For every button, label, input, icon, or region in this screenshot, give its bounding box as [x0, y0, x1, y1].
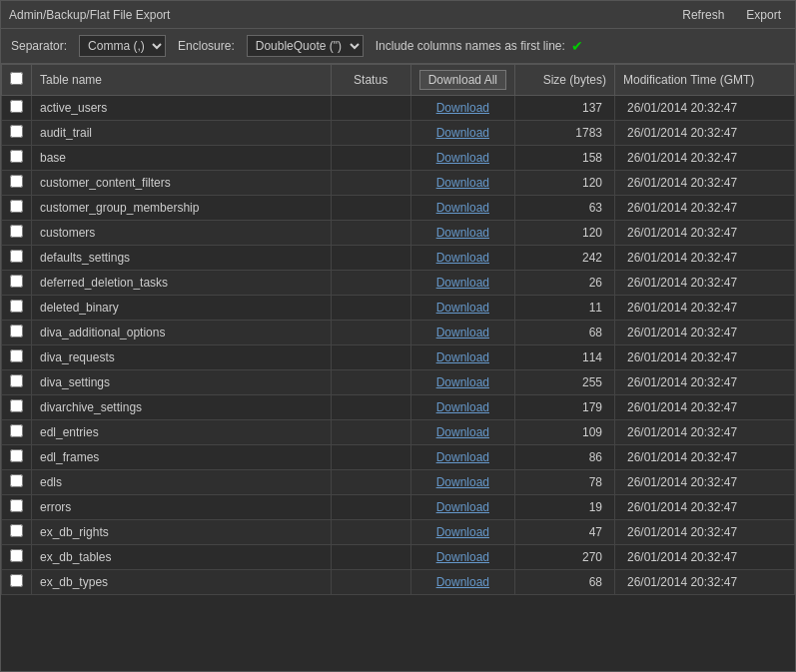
include-columns-label: Include columns names as first line:: [376, 39, 565, 53]
select-all-checkbox[interactable]: [10, 72, 23, 85]
row-download-cell: Download: [410, 221, 514, 246]
row-download-cell: Download: [410, 146, 514, 171]
export-button[interactable]: Export: [740, 6, 787, 24]
row-checkbox[interactable]: [10, 325, 23, 337]
row-size: 78: [515, 470, 615, 495]
row-checkbox[interactable]: [10, 150, 23, 163]
download-button[interactable]: Download: [436, 251, 489, 265]
table-row: audit_trail Download 1783 26/01/2014 20:…: [2, 121, 795, 146]
row-size: 255: [515, 370, 615, 395]
download-button[interactable]: Download: [436, 425, 489, 439]
row-size: 137: [515, 96, 615, 121]
row-checkbox-cell: [2, 545, 32, 570]
row-download-cell: Download: [410, 345, 514, 370]
app-title: Admin/Backup/Flat File Export: [9, 8, 170, 22]
row-status: [331, 520, 410, 545]
download-button[interactable]: Download: [436, 350, 489, 364]
download-button[interactable]: Download: [436, 450, 489, 464]
row-status: [331, 121, 410, 146]
refresh-button[interactable]: Refresh: [676, 6, 730, 24]
download-button[interactable]: Download: [436, 101, 489, 115]
table-row: divarchive_settings Download 179 26/01/2…: [2, 395, 795, 420]
row-size: 26: [515, 271, 615, 296]
enclosure-select[interactable]: DoubleQuote ("): [247, 35, 364, 57]
row-table-name: ex_db_rights: [32, 520, 332, 545]
row-checkbox[interactable]: [10, 200, 23, 213]
download-button[interactable]: Download: [436, 525, 489, 539]
row-checkbox[interactable]: [10, 349, 23, 362]
row-size: 114: [515, 345, 615, 370]
row-status: [331, 321, 410, 345]
row-checkbox-cell: [2, 96, 32, 121]
table-row: active_users Download 137 26/01/2014 20:…: [2, 96, 795, 121]
header-download-all: Download All: [410, 65, 514, 96]
download-button[interactable]: Download: [436, 126, 489, 140]
row-download-cell: Download: [410, 246, 514, 271]
download-button[interactable]: Download: [436, 276, 489, 290]
row-size: 68: [515, 570, 615, 595]
table-row: defaults_settings Download 242 26/01/201…: [2, 246, 795, 271]
row-status: [331, 370, 410, 395]
row-checkbox-cell: [2, 395, 32, 420]
download-button[interactable]: Download: [436, 301, 489, 315]
row-download-cell: Download: [410, 296, 514, 321]
row-checkbox[interactable]: [10, 499, 23, 512]
download-all-button[interactable]: Download All: [419, 70, 506, 90]
row-checkbox[interactable]: [10, 225, 23, 238]
row-checkbox[interactable]: [10, 250, 23, 263]
row-checkbox-cell: [2, 420, 32, 445]
row-download-cell: Download: [410, 495, 514, 520]
row-download-cell: Download: [410, 470, 514, 495]
download-button[interactable]: Download: [436, 550, 489, 564]
row-table-name: errors: [32, 495, 332, 520]
row-checkbox[interactable]: [10, 100, 23, 113]
row-checkbox[interactable]: [10, 449, 23, 462]
row-mod: 26/01/2014 20:32:47: [615, 345, 795, 370]
row-checkbox[interactable]: [10, 549, 23, 562]
row-checkbox-cell: [2, 470, 32, 495]
download-button[interactable]: Download: [436, 151, 489, 165]
download-button[interactable]: Download: [436, 475, 489, 489]
download-button[interactable]: Download: [436, 575, 489, 589]
row-size: 179: [515, 395, 615, 420]
row-status: [331, 470, 410, 495]
row-status: [331, 345, 410, 370]
row-checkbox[interactable]: [10, 574, 23, 587]
row-checkbox[interactable]: [10, 474, 23, 487]
toolbar: Separator: Comma (,) Enclosure: DoubleQu…: [1, 29, 795, 64]
row-table-name: base: [32, 146, 332, 171]
row-status: [331, 271, 410, 296]
download-button[interactable]: Download: [436, 375, 489, 389]
download-button[interactable]: Download: [436, 176, 489, 190]
row-checkbox[interactable]: [10, 300, 23, 313]
row-mod: 26/01/2014 20:32:47: [615, 121, 795, 146]
row-size: 11: [515, 296, 615, 321]
row-checkbox[interactable]: [10, 374, 23, 387]
row-download-cell: Download: [410, 171, 514, 196]
row-checkbox[interactable]: [10, 424, 23, 437]
row-checkbox[interactable]: [10, 275, 23, 288]
download-button[interactable]: Download: [436, 201, 489, 215]
include-columns-checkmark[interactable]: ✔: [571, 38, 583, 54]
header-status: Status: [331, 65, 410, 96]
row-download-cell: Download: [410, 196, 514, 221]
row-checkbox-cell: [2, 445, 32, 470]
download-button[interactable]: Download: [436, 500, 489, 514]
row-checkbox-cell: [2, 370, 32, 395]
table-row: edls Download 78 26/01/2014 20:32:47: [2, 470, 795, 495]
download-button[interactable]: Download: [436, 226, 489, 240]
header-table-name: Table name: [32, 65, 332, 96]
row-table-name: audit_trail: [32, 121, 332, 146]
download-button[interactable]: Download: [436, 326, 489, 339]
row-mod: 26/01/2014 20:32:47: [615, 171, 795, 196]
row-checkbox-cell: [2, 345, 32, 370]
download-button[interactable]: Download: [436, 400, 489, 414]
row-status: [331, 545, 410, 570]
separator-select[interactable]: Comma (,): [79, 35, 166, 57]
row-checkbox[interactable]: [10, 175, 23, 188]
row-checkbox[interactable]: [10, 125, 23, 138]
row-checkbox[interactable]: [10, 524, 23, 537]
row-checkbox[interactable]: [10, 399, 23, 412]
header-mod: Modification Time (GMT): [615, 65, 795, 96]
row-checkbox-cell: [2, 296, 32, 321]
